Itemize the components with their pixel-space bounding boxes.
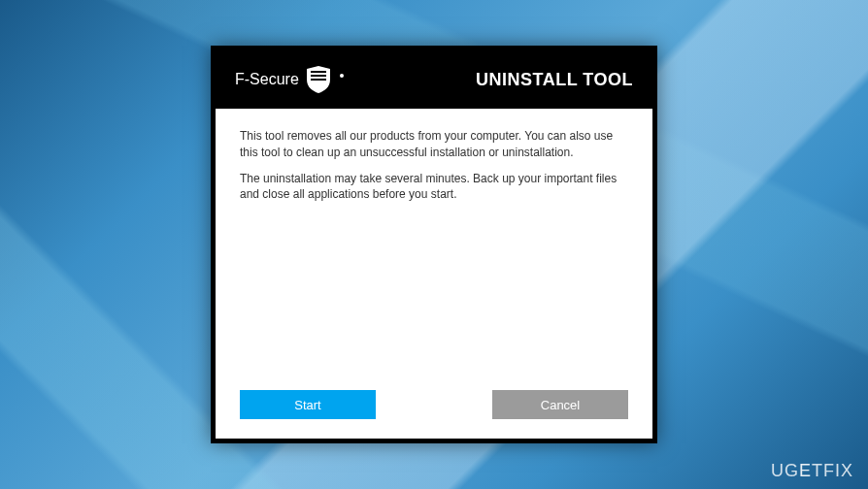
brand-text: F-Secure [235, 71, 299, 88]
brand-logo: F-Secure [235, 66, 344, 93]
cancel-button[interactable]: Cancel [492, 390, 628, 419]
dialog-title: UNINSTALL TOOL [476, 70, 633, 90]
description-paragraph-2: The uninstallation may take several minu… [240, 171, 628, 204]
dialog-inner: F-Secure UNINSTALL TOOL This tool remove… [216, 50, 652, 439]
content-text: This tool removes all our products from … [240, 128, 628, 380]
dot-icon [340, 74, 344, 78]
fsecure-shield-icon [307, 66, 330, 93]
start-button[interactable]: Start [240, 390, 376, 419]
dialog-content: This tool removes all our products from … [216, 109, 652, 439]
watermark-text: UGETFIX [771, 461, 853, 480]
description-paragraph-1: This tool removes all our products from … [240, 128, 628, 161]
dialog-header: F-Secure UNINSTALL TOOL [216, 50, 652, 109]
watermark: UGETFIX [771, 461, 853, 481]
uninstall-tool-dialog: F-Secure UNINSTALL TOOL This tool remove… [211, 46, 657, 443]
button-row: Start Cancel [240, 380, 628, 419]
